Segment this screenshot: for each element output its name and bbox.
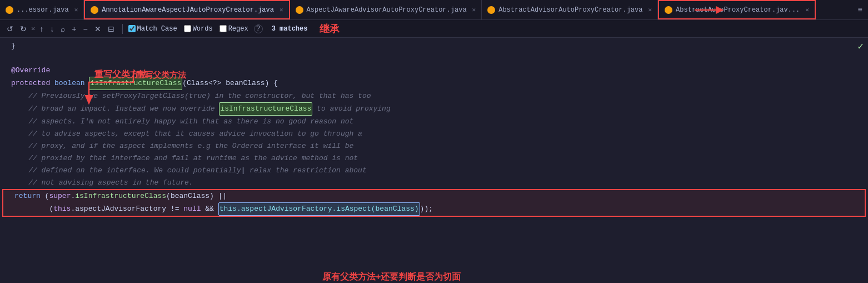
tab-bar: ...essor.java ✕ AnnotationAwareAspectJAu…	[0, 0, 868, 20]
find-separator	[122, 24, 123, 34]
redo-button[interactable]: ↻	[18, 23, 29, 34]
find-match-case[interactable]: Match Case	[128, 25, 177, 33]
find-add-button[interactable]: +	[69, 23, 78, 34]
help-button[interactable]: ?	[254, 24, 263, 33]
code-comment-4: // to advise aspects, except that it cau…	[0, 128, 868, 140]
find-regex[interactable]: Regex	[220, 25, 248, 33]
words-checkbox[interactable]	[184, 25, 191, 32]
code-line-empty	[0, 52, 868, 64]
tab-label-aspectj: AspectJAwareAdvisorAutoProxyCreator.java	[307, 6, 467, 14]
find-search-icon[interactable]: ⌕	[58, 23, 67, 34]
tab-icon-abstract-auto	[665, 6, 672, 14]
tab-annotation[interactable]: AnnotationAwareAspectJAutoProxyCreator.j…	[84, 0, 290, 19]
tab-abstract-advisor[interactable]: AbstractAdvisorAutoProxyCreator.java ✕	[482, 0, 658, 19]
words-label: Words	[193, 25, 213, 33]
code-comment-5: // proxy, and if the aspect implements e…	[0, 140, 868, 152]
find-words[interactable]: Words	[184, 25, 213, 33]
return-block: return ( super . isInfrastructureClass (…	[2, 189, 866, 217]
regex-label: Regex	[228, 25, 248, 33]
find-bar: ↺ ↻ ✕ ↑ ↓ ⌕ + − ✕ ⊟ Match Case Words Reg…	[0, 20, 868, 38]
tab-aspectj[interactable]: AspectJAwareAdvisorAutoProxyCreator.java…	[290, 0, 482, 19]
tab-label-abstract-auto: AbstractAutoProxyCreator.jav...	[676, 6, 800, 14]
find-extra-button[interactable]: ⊟	[106, 23, 117, 34]
match-case-checkbox[interactable]	[128, 25, 136, 32]
tab-label-abstract-advisor: AbstractAdvisorAutoProxyCreator.java	[498, 6, 642, 14]
tab-more-button[interactable]: ≡	[852, 0, 868, 19]
code-comment-6: // proxied by that interface and fail at…	[0, 152, 868, 165]
code-comment-1: // Previously we setProxyTargetClass(tru…	[0, 90, 868, 102]
tab-abstract-auto[interactable]: AbstractAutoProxyCreator.jav... ✕	[658, 0, 816, 19]
tab-close-annotation[interactable]: ✕	[280, 6, 283, 13]
method-highlight: isInfrastructureClass	[89, 77, 182, 90]
protected-kw: protected	[11, 77, 54, 90]
regex-checkbox[interactable]	[220, 25, 227, 32]
find-controls-left: ↺ ↻ ✕ ↑ ↓ ⌕ + − ✕ ⊟	[4, 23, 117, 34]
inheritance-label: 继承	[320, 22, 340, 36]
code-line-method-sig: protected boolean isInfrastructureClass …	[0, 77, 868, 90]
find-next-button[interactable]: ↓	[48, 23, 56, 34]
matches-count: 3 matches	[272, 25, 308, 33]
code-return-1: return ( super . isInfrastructureClass (…	[3, 190, 865, 202]
find-x-button[interactable]: ✕	[92, 23, 103, 34]
find-prev-button[interactable]: ↑	[37, 23, 46, 34]
match-case-label: Match Case	[137, 25, 177, 33]
code-area: } @Override protected boolean isInfrastr…	[0, 38, 868, 283]
tab-label-processor: ...essor.java	[17, 6, 69, 14]
code-return-2: ( this .aspectJAdvisorFactory != null &&…	[3, 202, 865, 216]
code-comment-3: // aspects. I'm not entirely happy with …	[0, 116, 868, 128]
tab-close-processor[interactable]: ✕	[74, 6, 78, 13]
close-find-icon: ✕	[31, 24, 35, 33]
tab-label-annotation: AnnotationAwareAspectJAutoProxyCreator.j…	[102, 6, 274, 14]
method-params: (Class<?> beanClass) {	[182, 77, 278, 90]
close-brace: }	[11, 40, 16, 52]
tab-icon-abstract-advisor	[487, 6, 495, 14]
code-line-close-brace: }	[0, 40, 868, 52]
checkmark-icon: ✓	[857, 40, 864, 52]
tab-close-abstract-advisor[interactable]: ✕	[648, 6, 652, 13]
code-comment-7: // defined on the interface. We could po…	[0, 165, 868, 177]
code-line-override: @Override	[0, 64, 868, 77]
annotation-original-text: 原有父类方法+还要判断是否为切面	[322, 271, 461, 283]
tab-icon-aspectj	[296, 6, 303, 14]
tab-close-abstract-auto[interactable]: ✕	[805, 6, 809, 13]
code-comment-8: // not advising aspects in the future.	[0, 177, 868, 189]
tab-icon-processor	[6, 6, 13, 14]
tab-close-aspectj[interactable]: ✕	[472, 6, 476, 13]
code-comment-2: // broad an impact. Instead we now overr…	[0, 102, 868, 116]
tab-icon-annotation	[91, 6, 98, 14]
undo-button[interactable]: ↺	[4, 23, 16, 34]
override-annotation: @Override	[11, 64, 50, 77]
boolean-kw: boolean	[54, 77, 89, 90]
tab-processor[interactable]: ...essor.java ✕	[0, 0, 84, 19]
find-minus-button[interactable]: −	[81, 23, 89, 34]
